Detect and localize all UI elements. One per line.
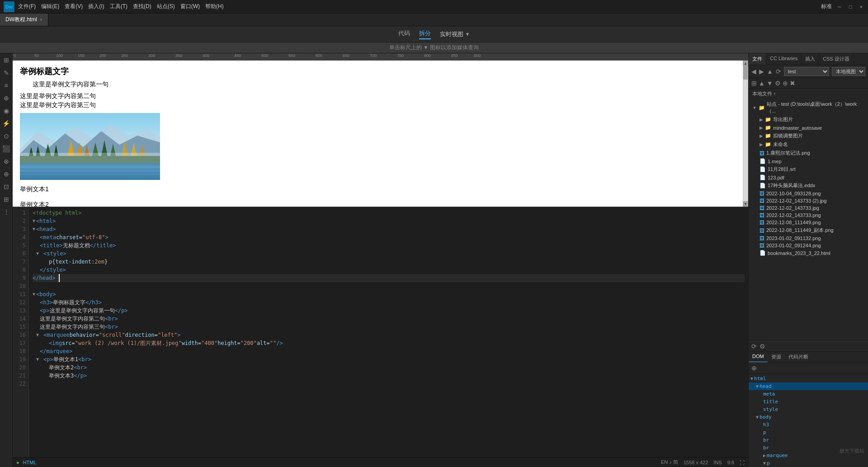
menu-tools[interactable]: 工具(T) [110,3,127,10]
tree-item-8[interactable]: 📄 17种头脑风暴法.eddx [749,181,868,190]
rpanel-icon-5[interactable]: ⊕ [783,80,788,87]
split-view-btn[interactable]: 拆分 [419,29,431,39]
tree-item-14[interactable]: 🖼 2022-12-08_111449_副本.png [749,226,868,235]
tree-item-0[interactable]: ▶ 📁 导出图片 [749,115,868,124]
rpanel-tab-insert[interactable]: 插入 [802,53,819,65]
sidebar-icon-3[interactable]: ≡ [1,80,11,90]
sidebar-icon-1[interactable]: ⊞ [1,55,11,65]
rpanel-refresh-icon[interactable]: ⟳ [776,68,781,75]
dom-settings-icon[interactable]: ⚙ [760,343,765,350]
code-view-btn[interactable]: 代码 [398,29,410,39]
sidebar-icon-12[interactable]: ⊞ [1,194,11,204]
sidebar-icon-8[interactable]: ⬛ [1,144,11,154]
menu-edit[interactable]: 编辑(E) [41,3,59,10]
code-editor[interactable]: 1 2 3 4 5 6 7 8 9 10 11 12 13 14 15 16 1 [13,207,748,457]
rpanel-tab-cc[interactable]: CC Libraries [766,53,802,65]
sidebar-icon-13[interactable]: ⋮ [1,207,11,217]
rpanel-icon-3[interactable]: ▼ [767,80,773,87]
code-content[interactable]: <!doctype html> ▼ <html> ▼ <head> <meta … [29,207,748,457]
sidebar-icon-9[interactable]: ⊗ [1,156,11,166]
dom-add-icon[interactable]: ⊕ [751,364,757,372]
code-line-18: </marquee> [33,347,745,355]
preview-p3: 这里是举例文字内容第三句 [20,101,741,109]
dom-node-title[interactable]: title [749,398,868,406]
tree-item-11[interactable]: 🖼 2022-12-02_143733.jpg [749,204,868,212]
tree-item-16[interactable]: 🖼 2023-01-02_091244.png [749,242,868,249]
code-line-20: 举例文本2 <br> [33,363,745,372]
tree-item-1[interactable]: ▶ 📁 mindmaster_autosave [749,124,868,132]
title-bar-menus: 文件(F) 编辑(E) 查看(V) 插入(I) 工具(T) 查找(D) 站点(S… [18,3,821,10]
menu-find[interactable]: 查找(D) [133,3,151,10]
dom-tab-dom[interactable]: DOM [749,352,768,362]
dom-node-br1[interactable]: br [749,436,868,444]
dom-node-head[interactable]: ▼ head [749,382,868,390]
close-button[interactable]: × [858,4,864,10]
menu-site[interactable]: 站点(S) [157,3,175,10]
preview-scrollbar[interactable]: ▲ ▼ [743,61,748,207]
dom-node-p2[interactable]: ▼ p [749,459,868,467]
minimize-button[interactable]: ─ [836,4,843,10]
scroll-up-arrow[interactable]: ▲ [743,61,748,66]
dom-node-p1[interactable]: p [749,429,868,436]
live-view-btn[interactable]: 实时视图 ▼ [440,29,470,39]
view-select[interactable]: 本地视图 [832,67,865,76]
dom-node-html[interactable]: ▼ html [749,375,868,382]
tree-item-15-label: 2023-01-02_091132.png [766,236,821,241]
tree-item-5[interactable]: 📄 1.mep [749,157,868,165]
tree-item-13[interactable]: 🖼 2022-12-08_111449.png [749,219,868,226]
rpanel-icon-2[interactable]: ▲ [759,80,765,87]
tree-item-3[interactable]: ▶ 📁 未命名 [749,140,868,149]
rpanel-tab-css[interactable]: CSS 设计器 [819,53,854,65]
tree-item-6[interactable]: 📄 11月28日.srt [749,165,868,174]
site-select[interactable]: test [784,67,829,76]
sidebar-icon-11[interactable]: ⊡ [1,182,11,192]
dom-tab-resources[interactable]: 资源 [768,352,785,362]
sidebar-icon-10[interactable]: ⊕ [1,169,11,179]
rpanel-icon-1[interactable]: ⊞ [751,80,757,87]
dom-node-body[interactable]: ▼ body [749,413,868,421]
rpanel-tab-files[interactable]: 文件 [749,53,766,65]
tree-item-9[interactable]: 🖼 2022-10-04_093128.png [749,190,868,197]
menu-window[interactable]: 窗口(W) [180,3,200,10]
rpanel-icon-6[interactable]: ✖ [790,80,795,87]
rpanel-icon-4[interactable]: ⚙ [775,80,781,87]
dom-node-meta[interactable]: meta [749,390,868,398]
tree-item-7[interactable]: 📄 123.pdf [749,174,868,181]
status-bar: ● HTML EN ♪ 简 1558 x 422 INS 9:8 ⛶ [13,457,748,467]
sidebar-icon-4[interactable]: ⊕ [1,93,11,103]
sidebar-icon-6[interactable]: ⚡ [1,118,11,128]
tree-item-4[interactable]: 🖼 1.康熙尔笔记法.png [749,149,868,157]
tree-root[interactable]: ▼ 📁 站点 - test (D:\tools\桌面\work（2）\work（… [749,100,868,115]
menu-help[interactable]: 帮助(H) [205,3,224,10]
tree-item-10[interactable]: 🖼 2022-12-02_143733 (2).jpg [749,197,868,204]
dom-tab-snippets[interactable]: 代码片断 [785,352,812,362]
code-line-4: <meta charset = "utf-8" > [33,233,745,241]
dom-refresh-icon[interactable]: ⟳ [751,343,757,350]
sidebar-icon-5[interactable]: ◉ [1,106,11,116]
tab-close-icon[interactable]: × [40,17,42,22]
tree-item-0-icon: 📁 [765,117,771,123]
tab-bar: DW教程.html × [0,14,868,26]
rpanel-forward-icon[interactable]: ▶ [759,68,764,75]
sidebar-icon-2[interactable]: ✎ [1,68,11,78]
fullscreen-icon[interactable]: ⛶ [740,460,745,465]
menu-view[interactable]: 查看(V) [65,3,83,10]
menu-insert[interactable]: 插入(I) [88,3,104,10]
tree-item-17[interactable]: 📄 bookmarks_2023_3_22.html [749,249,868,257]
maximize-button[interactable]: □ [847,4,854,10]
tree-item-2[interactable]: ▶ 📁 拟镜调整图片 [749,132,868,140]
file-tab[interactable]: DW教程.html × [0,14,48,26]
tree-item-15[interactable]: 🖼 2023-01-02_091132.png [749,235,868,242]
dom-node-style[interactable]: style [749,406,868,413]
menu-file[interactable]: 文件(F) [18,3,36,10]
dom-node-h3[interactable]: h3 [749,421,868,429]
rpanel-up-icon[interactable]: ▲ [767,68,773,75]
code-line-3: ▼ <head> [33,225,745,233]
scroll-down-arrow[interactable]: ▼ [743,201,748,207]
scroll-thumb[interactable] [743,66,748,80]
tree-item-12[interactable]: 🖼 2022-12-02_143733.png [749,212,868,219]
code-line-10 [33,282,745,290]
main-area: ⊞ ✎ ≡ ⊕ ◉ ⚡ ⊙ ⬛ ⊗ ⊕ ⊡ ⊞ ⋮ 0 50 100 150 2… [0,53,868,467]
sidebar-icon-7[interactable]: ⊙ [1,131,11,141]
rpanel-back-icon[interactable]: ◀ [751,68,756,75]
